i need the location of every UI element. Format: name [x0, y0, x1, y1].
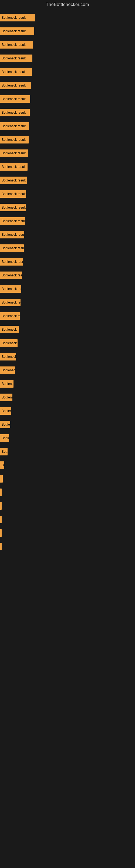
bottleneck-bar: Bottleneck result	[0, 339, 17, 347]
bar-label: Bottleneck result	[2, 29, 26, 33]
bottleneck-bar: Bottleneck result	[0, 421, 10, 428]
bar-label: Bottleneck result	[2, 43, 26, 46]
bottleneck-bar: Bottleneck result	[0, 163, 28, 170]
bottleneck-bar: Bottleneck result	[0, 367, 15, 374]
bottleneck-bar: Bottleneck result	[0, 55, 32, 62]
bar-label: Bottleneck result	[2, 165, 26, 169]
bar-label: Bottleneck result	[2, 368, 15, 372]
bar-row: Bottleneck result	[0, 175, 135, 186]
bar-row: Bottleneck result	[0, 432, 135, 444]
bar-row: Bottleneck result	[0, 324, 135, 335]
bottleneck-bar: Bottleneck result	[0, 258, 23, 266]
bar-row: Bottleneck result	[0, 215, 135, 227]
bar-label: Bottleneck result	[2, 84, 26, 87]
bottleneck-bar: Bottleneck result	[0, 448, 8, 456]
bottleneck-bar	[0, 529, 2, 537]
bar-label: Bottleneck result	[2, 409, 11, 413]
bottleneck-bar	[0, 516, 2, 523]
bottleneck-bar: Bottleneck result	[0, 41, 33, 49]
bar-row: Bottleneck result	[0, 365, 135, 376]
bar-row	[0, 514, 135, 525]
bar-label: B	[2, 463, 4, 467]
bottleneck-bar: Bottleneck result	[0, 353, 16, 361]
bar-row: Bottleneck result	[0, 161, 135, 173]
bar-row: Bottleneck result	[0, 80, 135, 91]
bottleneck-bar: Bottleneck result	[0, 244, 24, 252]
bar-label: Bottleneck result	[2, 436, 9, 440]
bar-row: Bottleneck result	[0, 337, 135, 349]
bottleneck-bar: Bottleneck result	[0, 394, 12, 401]
bottleneck-bar: Bottleneck result	[0, 136, 29, 144]
bar-label: Bottleneck result	[2, 124, 26, 128]
bar-row: Bottleneck result	[0, 243, 135, 254]
bar-row: Bottleneck result	[0, 405, 135, 416]
bar-row: Bottleneck result	[0, 419, 135, 430]
bottleneck-bar: Bottleneck result	[0, 68, 32, 76]
site-title: TheBottlenecker.com	[0, 0, 135, 9]
bar-label: Bottleneck result	[2, 138, 26, 142]
bar-label: Bottleneck result	[2, 382, 13, 386]
bar-row: Bottleneck result	[0, 378, 135, 390]
bottleneck-bar: Bottleneck result	[0, 177, 27, 184]
bar-row: Bottleneck result	[0, 351, 135, 362]
bottleneck-bar: B	[0, 461, 4, 469]
bar-row: Bottleneck result	[0, 283, 135, 294]
bar-row: Bottleneck result	[0, 392, 135, 403]
bottleneck-bar: Bottleneck result	[0, 380, 13, 388]
bar-label: Bottleneck result	[2, 233, 24, 237]
bar-label: Bottleneck result	[2, 70, 26, 74]
bar-row: Bottleneck result	[0, 188, 135, 199]
bar-label: Bottleneck result	[2, 111, 26, 115]
bottleneck-bar	[0, 502, 2, 510]
bar-row	[0, 473, 135, 485]
bar-label: Bottleneck result	[2, 16, 26, 20]
bar-row: Bottleneck result	[0, 270, 135, 281]
bar-row: Bottleneck result	[0, 148, 135, 159]
bottleneck-bar	[0, 543, 2, 550]
bottleneck-bar: Bottleneck result	[0, 204, 26, 211]
bottleneck-bar: Bottleneck result	[0, 272, 22, 279]
bar-row: Bottleneck result	[0, 120, 135, 132]
bottleneck-bar: Bottleneck result	[0, 312, 20, 320]
bar-row	[0, 541, 135, 552]
bar-label: Bottleneck result	[2, 192, 26, 196]
bottleneck-bar: Bottleneck result	[0, 95, 30, 103]
bar-label: Bottleneck result	[2, 273, 22, 277]
bar-row	[0, 500, 135, 512]
bar-label: Bottleneck result	[2, 97, 26, 101]
bar-label: Bottleneck result	[2, 301, 20, 304]
bar-row	[0, 527, 135, 539]
bottleneck-bar: Bottleneck result	[0, 27, 34, 35]
bar-row: Bottleneck result	[0, 93, 135, 105]
bottleneck-bar: Bottleneck result	[0, 326, 19, 333]
bar-row: Bottleneck result	[0, 202, 135, 213]
bar-row: Bottleneck result	[0, 107, 135, 118]
bar-label: Bottleneck result	[2, 287, 21, 291]
bars-container: Bottleneck resultBottleneck resultBottle…	[0, 9, 135, 557]
bar-label: Bottleneck result	[2, 450, 8, 454]
bar-row: Bottleneck result	[0, 12, 135, 23]
bar-label: Bottleneck result	[2, 151, 26, 155]
bar-row: Bottleneck result	[0, 256, 135, 268]
bar-row: Bottleneck result	[0, 66, 135, 78]
bar-row: Bottleneck result	[0, 26, 135, 37]
bottleneck-bar: Bottleneck result	[0, 14, 35, 22]
bottleneck-bar: Bottleneck result	[0, 190, 26, 198]
bar-label: Bottleneck result	[2, 179, 26, 182]
bar-label: Bottleneck result	[2, 246, 24, 250]
bar-row: Bottleneck result	[0, 310, 135, 322]
bottleneck-bar: Bottleneck result	[0, 217, 25, 225]
bar-row: B	[0, 460, 135, 471]
bar-row	[0, 487, 135, 498]
bar-label: Bottleneck result	[2, 260, 23, 264]
bar-label: Bottleneck result	[2, 423, 10, 426]
bottleneck-bar: Bottleneck result	[0, 407, 11, 415]
bottleneck-bar: Bottleneck result	[0, 82, 31, 89]
bottleneck-bar	[0, 489, 2, 496]
bar-label: Bottleneck result	[2, 206, 26, 209]
bar-label: Bottleneck result	[2, 355, 16, 359]
bar-label: Bottleneck result	[2, 219, 25, 223]
bottleneck-bar: Bottleneck result	[0, 231, 24, 239]
bottleneck-bar: Bottleneck result	[0, 299, 20, 306]
bar-row: Bottleneck result	[0, 53, 135, 64]
